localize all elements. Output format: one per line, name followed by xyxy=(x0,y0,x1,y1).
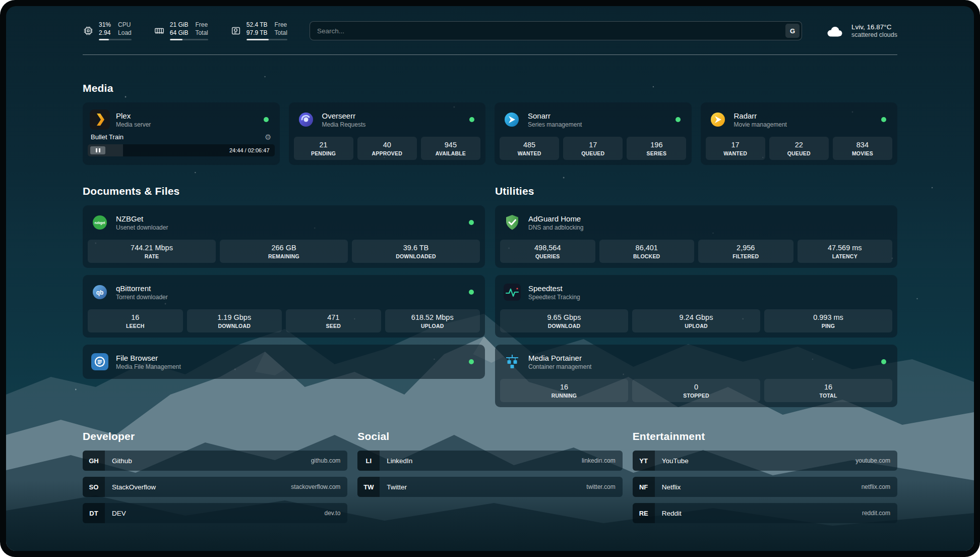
bookmark-group-developer: Developer GH Github github.com SO StackO… xyxy=(83,430,347,523)
disk-total-value: 97.9 TB xyxy=(247,29,268,37)
topbar: 31% 2.94 CPU Load xyxy=(83,18,897,41)
service-name: NZBGet xyxy=(116,214,168,223)
stat-available: 945 AVAILABLE xyxy=(421,137,480,160)
filebrowser-icon xyxy=(90,352,110,372)
service-subtitle: DNS and adblocking xyxy=(528,224,583,231)
service-subtitle: Media server xyxy=(116,121,151,128)
memory-monitor: 21 GiB 64 GiB Free Total xyxy=(154,21,208,40)
service-name: Speedtest xyxy=(528,284,580,293)
stat-blocked: 86,401 BLOCKED xyxy=(599,240,695,263)
service-card-nzbget[interactable]: nzbget NZBGet Usenet downloader xyxy=(83,205,485,268)
section-title-documents: Documents & Files xyxy=(83,185,485,197)
section-title-utilities: Utilities xyxy=(495,185,897,197)
bookmark-linkedin[interactable]: LI LinkedIn linkedin.com xyxy=(357,451,622,471)
stat-wanted: 485 WANTED xyxy=(500,137,559,160)
bookmark-url: reddit.com xyxy=(862,510,890,517)
bookmark-abbr: TW xyxy=(357,477,380,497)
cpu-progress-bar xyxy=(99,39,132,40)
bookmark-dev[interactable]: DT DEV dev.to xyxy=(83,503,347,523)
service-name: Sonarr xyxy=(528,112,582,120)
bookmark-abbr: GH xyxy=(83,451,105,471)
memory-free-value: 21 GiB xyxy=(170,21,189,29)
memory-progress-bar xyxy=(170,39,208,40)
stat-download: 9.65 Gbps DOWNLOAD xyxy=(500,309,628,332)
service-card-plex[interactable]: Plex Media server Bullet Train ⚙ xyxy=(83,102,280,165)
section-title-entertainment: Entertainment xyxy=(633,430,897,442)
service-subtitle: Usenet downloader xyxy=(116,224,168,231)
stat-downloaded: 39.6 TB DOWNLOADED xyxy=(352,240,480,263)
svg-text:qb: qb xyxy=(96,289,104,296)
service-subtitle: Torrent downloader xyxy=(116,294,168,301)
disk-free-value: 52.4 TB xyxy=(247,21,268,29)
stat-pending: 21 PENDING xyxy=(294,137,353,160)
disk-total-label: Total xyxy=(275,29,287,37)
nzbget-icon: nzbget xyxy=(90,212,110,233)
service-card-overseerr[interactable]: Overseerr Media Requests 21 PENDING xyxy=(289,102,486,165)
settings-gear-icon[interactable]: ⚙ xyxy=(265,133,271,141)
bookmark-abbr: NF xyxy=(633,477,655,497)
status-dot-online xyxy=(881,117,886,122)
service-card-portainer[interactable]: Media Portainer Container management 16 … xyxy=(495,345,897,407)
search-input[interactable] xyxy=(310,21,802,40)
service-name: Radarr xyxy=(734,112,787,120)
bookmark-name: Twitter xyxy=(387,483,407,491)
bookmark-url: netflix.com xyxy=(862,483,890,490)
pause-button[interactable] xyxy=(90,146,105,154)
status-dot-online xyxy=(469,359,474,364)
disk-free-label: Free xyxy=(275,21,287,29)
bookmark-name: StackOverflow xyxy=(112,483,156,491)
bookmark-stackoverflow[interactable]: SO StackOverflow stackoverflow.com xyxy=(83,477,347,497)
stat-ping: 0.993 ms PING xyxy=(764,309,892,332)
bookmark-abbr: SO xyxy=(83,477,105,497)
stat-queued: 22 QUEUED xyxy=(769,137,829,160)
bookmark-name: DEV xyxy=(112,510,126,517)
bookmark-reddit[interactable]: RE Reddit reddit.com xyxy=(633,503,897,523)
playback-progress-bar[interactable]: 24:44 / 02:06:47 xyxy=(88,144,275,156)
sonarr-icon xyxy=(502,109,522,130)
bookmark-abbr: RE xyxy=(633,503,655,523)
stat-wanted: 17 WANTED xyxy=(706,137,765,160)
service-card-qbittorrent[interactable]: qb qBittorrent Torrent downloader xyxy=(83,275,485,338)
memory-free-label: Free xyxy=(195,21,208,29)
service-name: Overseerr xyxy=(322,112,366,120)
stat-queued: 17 QUEUED xyxy=(563,137,623,160)
search-provider-button[interactable]: G xyxy=(785,24,800,38)
stat-rate: 744.21 Mbps RATE xyxy=(88,240,216,263)
bookmark-url: youtube.com xyxy=(855,457,890,464)
bookmark-url: github.com xyxy=(311,457,341,464)
topbar-divider xyxy=(83,54,897,55)
memory-icon xyxy=(154,25,165,36)
service-card-adguard[interactable]: AdGuard Home DNS and adblocking 498,564 … xyxy=(495,205,897,268)
adguard-shield-icon xyxy=(502,212,522,233)
service-subtitle: Media Requests xyxy=(322,121,366,128)
service-name: AdGuard Home xyxy=(528,214,583,223)
stat-stopped: 0 STOPPED xyxy=(632,379,760,402)
service-card-sonarr[interactable]: Sonarr Series management 485 WANTED xyxy=(495,102,692,165)
bookmark-youtube[interactable]: YT YouTube youtube.com xyxy=(633,451,897,471)
status-dot-online xyxy=(469,117,474,122)
stat-movies: 834 MOVIES xyxy=(833,137,892,160)
service-subtitle: Media File Management xyxy=(116,363,181,370)
bookmark-netflix[interactable]: NF Netflix netflix.com xyxy=(633,477,897,497)
bookmark-url: twitter.com xyxy=(586,483,615,490)
service-subtitle: Movie management xyxy=(734,121,787,128)
bookmark-twitter[interactable]: TW Twitter twitter.com xyxy=(357,477,622,497)
radarr-icon xyxy=(708,109,728,130)
bookmark-github[interactable]: GH Github github.com xyxy=(83,451,347,471)
stat-seed: 471 SEED xyxy=(286,309,381,332)
stat-running: 16 RUNNING xyxy=(500,379,628,402)
bookmark-group-social: Social LI LinkedIn linkedin.com TW Twitt… xyxy=(357,430,622,523)
service-card-filebrowser[interactable]: File Browser Media File Management xyxy=(83,345,485,379)
stat-download: 1.19 Gbps DOWNLOAD xyxy=(187,309,282,332)
bookmark-group-entertainment: Entertainment YT YouTube youtube.com NF … xyxy=(633,430,897,523)
memory-total-value: 64 GiB xyxy=(170,29,189,37)
service-name: File Browser xyxy=(116,354,181,362)
service-card-speedtest[interactable]: Speedtest Speedtest Tracking 9.65 Gbps D… xyxy=(495,275,897,338)
status-dot-online xyxy=(676,117,681,122)
qbittorrent-icon: qb xyxy=(90,282,110,302)
section-title-developer: Developer xyxy=(83,430,347,442)
now-playing-title: Bullet Train xyxy=(91,133,124,141)
service-card-radarr[interactable]: Radarr Movie management 17 WANTED 2 xyxy=(701,102,898,165)
overseerr-icon xyxy=(296,109,316,130)
cpu-icon xyxy=(83,25,94,36)
